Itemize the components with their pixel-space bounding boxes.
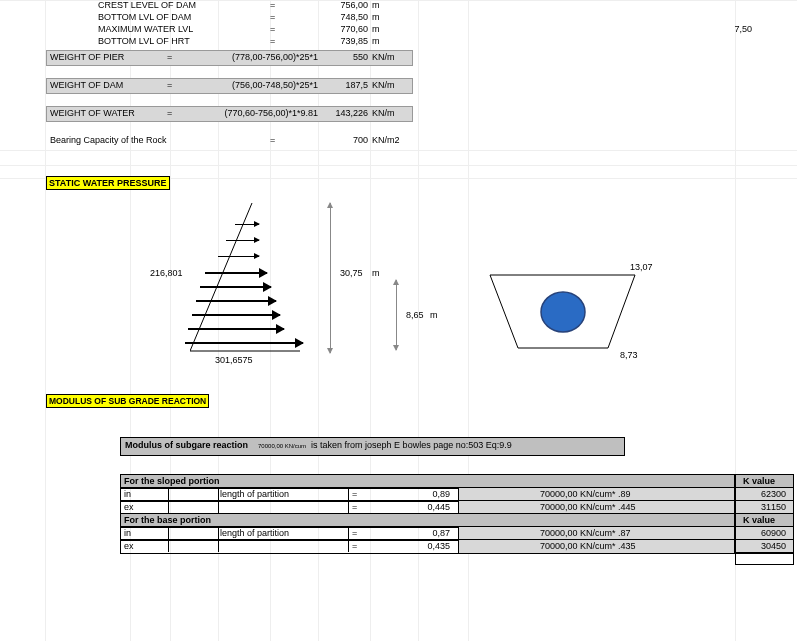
- bearing-lbl: Bearing Capacity of the Rock: [50, 135, 167, 145]
- pressure-triangle: [190, 203, 310, 358]
- press-bottom-val: 301,6575: [215, 355, 253, 365]
- tbl-h2: For the base portion: [124, 515, 211, 525]
- unit: m: [372, 0, 380, 10]
- weight-water-lbl: WEIGHT OF WATER: [50, 108, 135, 118]
- weight-pier-lbl: WEIGHT OF PIER: [50, 52, 124, 62]
- weight-dam-lbl: WEIGHT OF DAM: [50, 80, 123, 90]
- trapezoid-section: [480, 270, 650, 360]
- heading-static-water: STATIC WATER PRESSURE: [46, 176, 170, 190]
- trap-top-dim: 13,07: [630, 262, 653, 272]
- tbl-h1: For the sloped portion: [124, 476, 220, 486]
- note-box: Modulus of subgare reaction 70000,00 KN/…: [120, 437, 625, 456]
- dim2: 8,65: [406, 310, 424, 320]
- dim1: 30,75: [340, 268, 363, 278]
- eq: =: [270, 0, 275, 10]
- val-extra: 7,50: [712, 24, 752, 34]
- svg-point-1: [541, 292, 585, 332]
- press-left-val: 216,801: [150, 268, 183, 278]
- lbl-crest: CREST LEVEL OF DAM: [98, 0, 196, 10]
- val: 756,00: [320, 0, 368, 10]
- lbl-bottom-hrt: BOTTOM LVL OF HRT: [98, 36, 190, 46]
- trap-bottom-dim: 8,73: [620, 350, 638, 360]
- heading-modulus: MODULUS OF SUB GRADE REACTION: [46, 394, 209, 408]
- lbl-max-water: MAXIMUM WATER LVL: [98, 24, 193, 34]
- lbl-bottom-dam: BOTTOM LVL OF DAM: [98, 12, 191, 22]
